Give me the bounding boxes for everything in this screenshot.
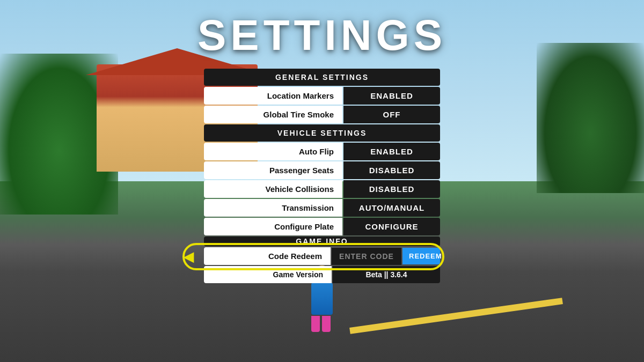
vehicle-collisions-row: Vehicle Collisions DISABLED: [204, 180, 440, 198]
game-version-label: Game Version: [204, 266, 332, 283]
code-redeem-highlight: ◀ Code Redeem ENTER CODE REDEEM: [204, 247, 440, 266]
auto-flip-row: Auto Flip ENABLED: [204, 143, 440, 160]
configure-plate-row: Configure Plate CONFIGURE: [204, 218, 440, 235]
settings-overlay: SETTINGS GENERAL SETTINGS Location Marke…: [0, 0, 644, 362]
transmission-value[interactable]: AUTO/MANUAL: [343, 199, 440, 217]
game-version-row: Game Version Beta || 3.6.4: [204, 266, 440, 283]
settings-panel: GENERAL SETTINGS Location Markers ENABLE…: [204, 69, 440, 284]
general-settings-header: GENERAL SETTINGS: [204, 69, 440, 86]
vehicle-collisions-value[interactable]: DISABLED: [343, 180, 440, 198]
location-markers-row: Location Markers ENABLED: [204, 87, 440, 105]
code-redeem-input[interactable]: ENTER CODE: [332, 248, 401, 265]
vehicle-collisions-label[interactable]: Vehicle Collisions: [204, 180, 342, 198]
game-info-header: GAME INFO: [204, 237, 440, 246]
location-markers-label[interactable]: Location Markers: [204, 87, 342, 105]
settings-title: SETTINGS: [197, 11, 447, 60]
passenger-seats-row: Passenger Seats DISABLED: [204, 161, 440, 179]
code-redeem-row: Code Redeem ENTER CODE REDEEM: [204, 247, 440, 265]
configure-plate-value[interactable]: CONFIGURE: [343, 218, 440, 235]
global-tire-smoke-label[interactable]: Global Tire Smoke: [204, 106, 342, 123]
auto-flip-label[interactable]: Auto Flip: [204, 143, 342, 160]
passenger-seats-label[interactable]: Passenger Seats: [204, 161, 342, 179]
transmission-row: Transmission AUTO/MANUAL: [204, 199, 440, 217]
global-tire-smoke-row: Global Tire Smoke OFF: [204, 106, 440, 123]
code-redeem-label[interactable]: Code Redeem: [204, 247, 331, 265]
redeem-button[interactable]: REDEEM: [402, 248, 440, 264]
game-version-value: Beta || 3.6.4: [333, 266, 440, 283]
transmission-label[interactable]: Transmission: [204, 199, 342, 217]
vehicle-settings-header: VEHICLE SETTINGS: [204, 124, 440, 142]
passenger-seats-value[interactable]: DISABLED: [343, 161, 440, 179]
global-tire-smoke-value[interactable]: OFF: [343, 106, 440, 123]
location-markers-value[interactable]: ENABLED: [343, 87, 440, 105]
configure-plate-label[interactable]: Configure Plate: [204, 218, 342, 235]
auto-flip-value[interactable]: ENABLED: [343, 143, 440, 160]
arrow-left-icon: ◀: [184, 249, 193, 264]
